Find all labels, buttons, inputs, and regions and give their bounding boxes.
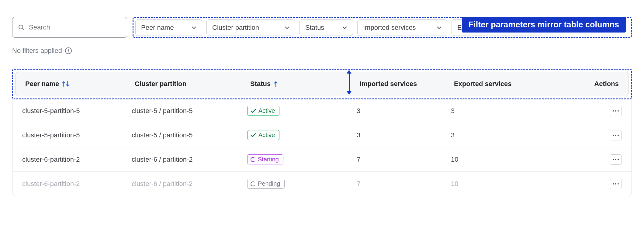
cell-exported: 3	[451, 107, 566, 115]
check-icon	[251, 109, 256, 113]
cell-actions	[566, 105, 622, 116]
filter-status-text: No filters applied	[12, 47, 62, 55]
col-header-imported-services[interactable]: Imported services	[360, 80, 454, 88]
col-header-exported-services[interactable]: Exported services	[454, 80, 570, 88]
status-badge: Active	[247, 106, 279, 116]
table-row: cluster-6-partition-2cluster-6 / partiti…	[12, 147, 632, 172]
row-actions-button[interactable]	[610, 179, 622, 189]
cell-cluster-partition: cluster-5 / partition-5	[132, 131, 247, 139]
chevron-down-icon	[285, 26, 289, 29]
search-box[interactable]	[12, 17, 127, 38]
cell-exported: 10	[451, 180, 566, 188]
cell-peer-name[interactable]: cluster-6-partition-2	[22, 180, 132, 188]
cell-status: Active	[247, 130, 357, 140]
status-badge-label: Starting	[258, 156, 279, 163]
svg-line-1	[23, 29, 24, 30]
cell-status: Pending	[247, 179, 357, 189]
sort-asc-icon	[274, 81, 278, 87]
cell-exported: 10	[451, 156, 566, 164]
filter-imported-services[interactable]: Imported services	[357, 19, 447, 36]
table-header-row: Peer name Cluster partition Status Impor…	[16, 72, 628, 96]
cell-cluster-partition: cluster-5 / partition-5	[132, 107, 247, 115]
table-header-outline: Peer name Cluster partition Status Impor…	[12, 69, 632, 99]
search-input[interactable]	[29, 23, 121, 31]
cell-status: Starting	[247, 154, 357, 164]
cell-peer-name[interactable]: cluster-5-partition-5	[22, 131, 132, 139]
sort-both-icon	[62, 81, 69, 87]
cell-exported: 3	[451, 131, 566, 139]
chevron-down-icon	[192, 26, 196, 29]
row-actions-button[interactable]	[610, 154, 622, 165]
cell-imported: 3	[357, 131, 451, 139]
arrow-down-icon	[347, 91, 351, 95]
status-badge: Pending	[247, 179, 285, 189]
cell-imported: 7	[357, 180, 451, 188]
info-icon[interactable]: i	[65, 47, 72, 54]
table-row: cluster-5-partition-5cluster-5 / partiti…	[12, 123, 632, 147]
status-badge-label: Pending	[258, 180, 280, 187]
cell-imported: 3	[357, 107, 451, 115]
spinner-icon	[251, 157, 255, 162]
filter-label: Status	[305, 24, 324, 32]
filter-label: Peer name	[141, 24, 174, 32]
chevron-down-icon	[342, 26, 347, 29]
cell-status: Active	[247, 106, 357, 116]
status-badge-label: Active	[258, 107, 275, 114]
status-badge-label: Active	[258, 132, 275, 139]
cell-peer-name[interactable]: cluster-6-partition-2	[22, 156, 132, 164]
chevron-down-icon	[437, 26, 441, 29]
col-header-cluster-partition[interactable]: Cluster partition	[135, 80, 250, 88]
search-icon	[18, 24, 25, 31]
cell-cluster-partition: cluster-6 / partition-2	[132, 156, 247, 164]
peers-table-body: cluster-5-partition-5cluster-5 / partiti…	[12, 99, 632, 196]
status-badge: Active	[247, 130, 279, 140]
row-actions-button[interactable]	[610, 130, 622, 140]
cell-actions	[566, 130, 622, 140]
col-header-peer-name[interactable]: Peer name	[25, 80, 135, 88]
annotation-connector	[347, 70, 351, 95]
filter-status-line: No filters applied i	[12, 47, 632, 55]
annotation-label: Filter parameters mirror table columns	[462, 17, 626, 33]
col-header-actions: Actions	[570, 80, 619, 88]
check-icon	[251, 133, 256, 137]
cell-peer-name[interactable]: cluster-5-partition-5	[22, 107, 132, 115]
filter-peer-name[interactable]: Peer name	[135, 19, 202, 36]
status-badge: Starting	[247, 154, 283, 164]
row-actions-button[interactable]	[610, 106, 622, 116]
filter-status[interactable]: Status	[299, 19, 353, 36]
cell-imported: 7	[357, 156, 451, 164]
peers-table: Peer name Cluster partition Status Impor…	[15, 72, 629, 96]
arrow-up-icon	[347, 70, 351, 74]
spinner-icon	[251, 181, 255, 186]
filter-label: Cluster partition	[212, 24, 259, 32]
filter-cluster-partition[interactable]: Cluster partition	[206, 19, 295, 36]
filter-label: Imported services	[363, 24, 416, 32]
table-row: cluster-5-partition-5cluster-5 / partiti…	[12, 99, 632, 123]
cell-actions	[566, 154, 622, 165]
cell-cluster-partition: cluster-6 / partition-2	[132, 180, 247, 188]
col-header-status[interactable]: Status	[250, 80, 360, 88]
table-row: cluster-6-partition-2cluster-6 / partiti…	[12, 172, 632, 196]
cell-actions	[566, 178, 622, 189]
